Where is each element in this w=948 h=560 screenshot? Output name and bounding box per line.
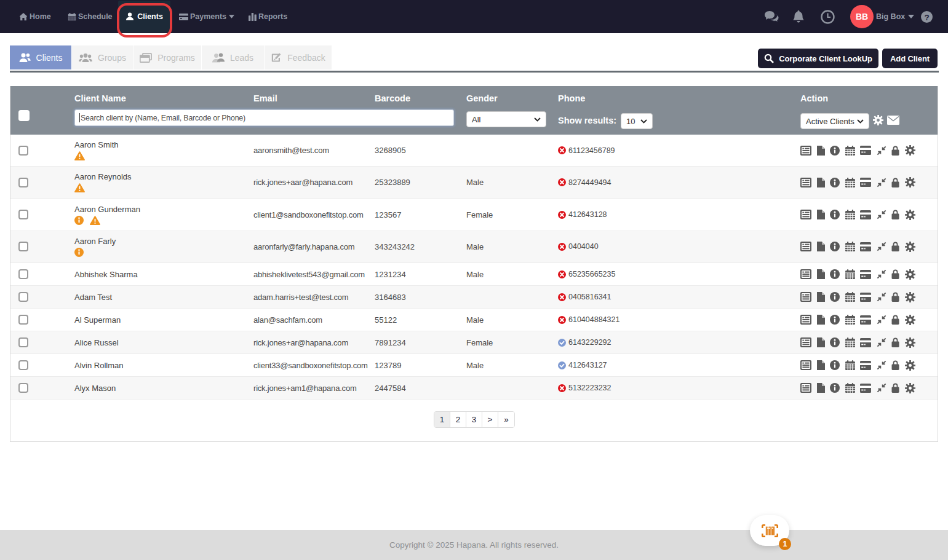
- svg-text:?: ?: [924, 12, 929, 22]
